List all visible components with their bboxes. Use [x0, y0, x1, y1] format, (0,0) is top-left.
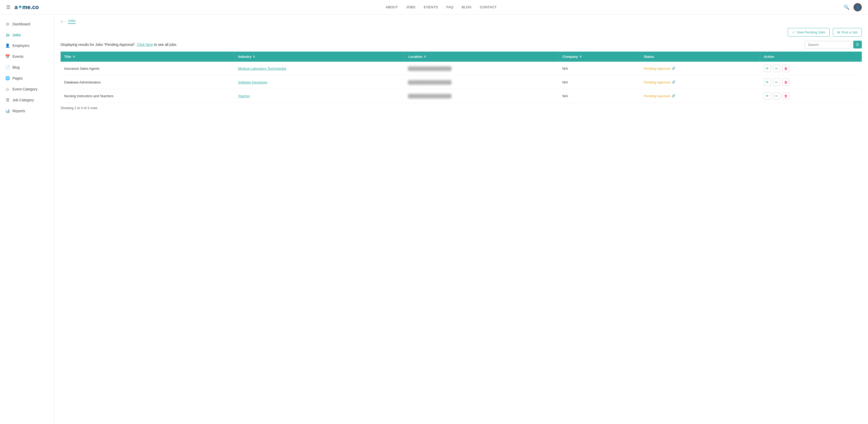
cell-location-1: ██████████████████ — [405, 76, 559, 89]
main-content: ⌂ › Jobs ✓ View Pending Jobs ⊕ Post a Jo… — [54, 15, 868, 424]
action-row: ✓ View Pending Jobs ⊕ Post a Job — [61, 28, 862, 36]
cell-location-2: ██████████████████ — [405, 89, 559, 103]
cell-action-2: 👁 ✏ 🗑 — [760, 89, 862, 103]
delete-button-0[interactable]: 🗑 — [782, 65, 789, 72]
sidebar-label-events: Events — [12, 54, 24, 59]
sidebar-label-pages: Pages — [12, 76, 23, 80]
sidebar-item-employers[interactable]: 👤 Employers — [0, 40, 54, 51]
nav-contact[interactable]: CONTACT — [480, 5, 497, 9]
sidebar-item-event-category[interactable]: ◇ Event Category — [0, 84, 54, 94]
nav-faq[interactable]: FAQ — [446, 5, 454, 9]
cell-location-0: ██████████████████ — [405, 62, 559, 76]
post-job-button[interactable]: ⊕ Post a Job — [833, 28, 862, 36]
nav-about[interactable]: ABOUT — [385, 5, 398, 9]
sidebar-item-blog[interactable]: 📄 Blog — [0, 62, 54, 73]
status-badge-2: Pending Approval 🔗 — [644, 94, 756, 98]
col-company: Company ⇅ — [559, 52, 640, 62]
cell-action-1: 👁 ✏ 🗑 — [760, 76, 862, 89]
click-here-link[interactable]: Click here — [137, 43, 153, 47]
search-filter-area: ☰ — [805, 41, 862, 49]
view-button-1[interactable]: 👁 — [764, 79, 771, 86]
row-count-text: Showing 1 to 3 of 3 rows — [61, 106, 97, 110]
filter-text-suffix: to see all jobs. — [154, 43, 177, 47]
link-icon-0: 🔗 — [672, 66, 676, 70]
plus-circle-icon: ⊕ — [837, 30, 840, 34]
nav-events[interactable]: EVENTS — [424, 5, 438, 9]
nav-blog[interactable]: BLOG — [462, 5, 471, 9]
search-input[interactable] — [805, 41, 851, 49]
job-category-icon: ☰ — [5, 98, 10, 102]
sidebar-label-blog: Blog — [12, 65, 20, 69]
jobs-table-wrap: Title ⇅ Industry ⇅ Locat — [61, 52, 862, 103]
status-badge-0: Pending Approval 🔗 — [644, 66, 756, 70]
view-button-0[interactable]: 👁 — [764, 65, 771, 72]
breadcrumb-separator: › — [65, 20, 66, 23]
filter-bar: Displaying results for Jobs "Pending App… — [61, 41, 862, 49]
location-blurred-2: ██████████████████ — [408, 94, 451, 98]
cell-action-0: 👁 ✏ 🗑 — [760, 62, 862, 76]
blog-icon: 📄 — [5, 65, 10, 70]
jobs-table: Title ⇅ Industry ⇅ Locat — [61, 52, 862, 103]
post-job-label: Post a Job — [842, 30, 858, 34]
location-blurred-1: ██████████████████ — [408, 80, 451, 84]
logo[interactable]: a✦me.co — [14, 4, 39, 11]
cell-status-0: Pending Approval 🔗 — [640, 62, 760, 76]
table-row: Database Administrators Software Develop… — [61, 76, 862, 89]
sidebar-item-reports[interactable]: 📊 Reports — [0, 106, 54, 116]
delete-button-1[interactable]: 🗑 — [782, 79, 789, 86]
breadcrumb-home-link[interactable]: ⌂ — [61, 19, 63, 23]
breadcrumb-current: Jobs — [68, 19, 75, 24]
avatar[interactable]: 👤 — [854, 3, 862, 11]
col-action: Action — [760, 52, 862, 62]
edit-button-0[interactable]: ✏ — [773, 65, 780, 72]
reports-icon: 📊 — [5, 109, 10, 113]
breadcrumb: ⌂ › Jobs — [61, 19, 862, 24]
col-location: Location ⇅ — [405, 52, 559, 62]
view-pending-label: View Pending Jobs — [797, 30, 825, 34]
cell-title-1: Database Administrators — [61, 76, 234, 89]
edit-button-2[interactable]: ✏ — [773, 92, 780, 100]
sort-icon-company[interactable]: ⇅ — [580, 55, 582, 58]
view-pending-jobs-button[interactable]: ✓ View Pending Jobs — [788, 28, 830, 36]
delete-button-2[interactable]: 🗑 — [782, 92, 789, 100]
filter-toggle-button[interactable]: ☰ — [853, 41, 862, 49]
table-row: Insurance Sales Agents Medical Laborator… — [61, 62, 862, 76]
sidebar-label-jobs: Jobs — [12, 33, 21, 37]
sort-icon-title[interactable]: ⇅ — [73, 55, 75, 58]
sidebar-item-jobs[interactable]: 🗂 Jobs — [0, 30, 54, 40]
cell-industry-2: Teacher — [234, 89, 404, 103]
sidebar: ⊙ Dashboard 🗂 Jobs 👤 Employers 📅 Events … — [0, 15, 54, 424]
industry-link-2[interactable]: Teacher — [238, 94, 250, 98]
industry-link-0[interactable]: Medical Laboratory Technologist — [238, 66, 286, 70]
main-nav-links: ABOUT JOBS EVENTS FAQ BLOG CONTACT — [385, 5, 497, 9]
search-icon[interactable]: 🔍 — [844, 4, 849, 10]
sort-icon-location[interactable]: ⇅ — [424, 55, 426, 58]
cell-company-1: N/A — [559, 76, 640, 89]
sidebar-item-dashboard[interactable]: ⊙ Dashboard — [0, 19, 54, 30]
sort-icon-industry[interactable]: ⇅ — [253, 55, 255, 58]
sidebar-item-job-category[interactable]: ☰ Job Category — [0, 94, 54, 106]
sidebar-label-dashboard: Dashboard — [12, 22, 30, 26]
jobs-icon: 🗂 — [5, 33, 10, 37]
view-button-2[interactable]: 👁 — [764, 92, 771, 100]
sidebar-label-reports: Reports — [12, 109, 25, 113]
table-row: Nursing Instructors and Teachers Teacher… — [61, 89, 862, 103]
cell-industry-0: Medical Laboratory Technologist — [234, 62, 404, 76]
sidebar-label-event-category: Event Category — [12, 87, 37, 91]
sidebar-item-pages[interactable]: 🌐 Pages — [0, 73, 54, 84]
sidebar-item-events[interactable]: 📅 Events — [0, 51, 54, 62]
pages-icon: 🌐 — [5, 76, 10, 81]
cell-status-1: Pending Approval 🔗 — [640, 76, 760, 89]
industry-link-1[interactable]: Software Developer — [238, 80, 267, 84]
hamburger-icon[interactable]: ☰ — [6, 4, 10, 10]
cell-company-2: N/A — [559, 89, 640, 103]
edit-button-1[interactable]: ✏ — [773, 79, 780, 86]
col-title: Title ⇅ — [61, 52, 234, 62]
link-icon-2: 🔗 — [672, 94, 676, 98]
cell-company-0: N/A — [559, 62, 640, 76]
employers-icon: 👤 — [5, 43, 10, 48]
nav-jobs[interactable]: JOBS — [406, 5, 415, 9]
events-icon: 📅 — [5, 54, 10, 59]
cell-title-0: Insurance Sales Agents — [61, 62, 234, 76]
cell-industry-1: Software Developer — [234, 76, 404, 89]
